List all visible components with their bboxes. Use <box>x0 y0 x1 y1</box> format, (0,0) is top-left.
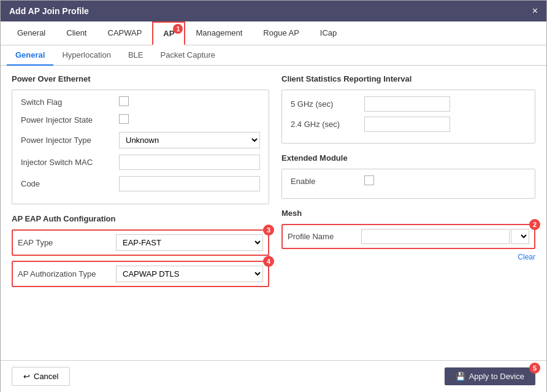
left-column: Power Over Ethernet Switch Flag Power In… <box>12 74 269 352</box>
power-injector-type-label: Power Injector Type <box>21 136 119 145</box>
dialog-titlebar: Add AP Join Profile × <box>1 1 546 21</box>
eap-type-row: EAP Type EAP-FAST EAP-TLS EAP-PEAP 3 <box>12 229 269 256</box>
eap-section: AP EAP Auth Configuration EAP Type EAP-F… <box>12 214 269 287</box>
injector-switch-mac-row: Injector Switch MAC 00:00:00:00:00:00 <box>21 155 260 170</box>
extended-module-box: Enable <box>281 169 535 199</box>
switch-flag-label: Switch Flag <box>21 98 119 107</box>
power-injector-type-select[interactable]: Unknown Cisco Other <box>119 132 260 148</box>
profile-name-input[interactable]: mesh-profile <box>361 229 510 244</box>
switch-flag-row: Switch Flag <box>21 96 260 108</box>
ghz5-label: 5 GHz (sec) <box>291 99 364 109</box>
sub-tab-general[interactable]: General <box>7 45 53 66</box>
ghz24-row: 2.4 GHz (sec) 90 <box>291 117 526 132</box>
ap-auth-type-control: CAPWAP DTLS EAP Both <box>116 266 263 282</box>
code-row: Code <box>21 176 260 191</box>
save-icon: 💾 <box>456 372 465 381</box>
switch-flag-control <box>119 96 260 108</box>
client-stats-section: Client Statistics Reporting Interval 5 G… <box>281 74 535 144</box>
sub-tab-bar: General Hyperlocation BLE Packet Capture <box>1 45 546 66</box>
injector-switch-mac-input[interactable]: 00:00:00:00:00:00 <box>119 155 260 170</box>
power-injector-state-checkbox[interactable] <box>119 114 129 124</box>
footer: ↩ Cancel 💾 Apply to Device 5 <box>1 360 546 392</box>
ghz24-input[interactable]: 90 <box>364 117 450 132</box>
apply-label: Apply to Device <box>469 372 524 381</box>
cancel-button[interactable]: ↩ Cancel <box>12 367 70 386</box>
injector-switch-mac-label: Injector Switch MAC <box>21 158 119 167</box>
power-injector-state-row: Power Injector State <box>21 114 260 126</box>
apply-button[interactable]: 💾 Apply to Device 5 <box>445 367 535 385</box>
profile-name-row: Profile Name mesh-profile 2 <box>281 224 535 249</box>
ap-auth-type-label: AP Authorization Type <box>18 269 116 279</box>
eap-type-select[interactable]: EAP-FAST EAP-TLS EAP-PEAP <box>116 234 263 251</box>
extended-module-title: Extended Module <box>281 153 535 163</box>
tab-general[interactable]: General <box>7 21 56 45</box>
cancel-label: Cancel <box>34 372 58 381</box>
power-injector-type-row: Power Injector Type Unknown Cisco Other <box>21 132 260 148</box>
profile-name-label: Profile Name <box>288 232 361 241</box>
ghz5-control: 90 <box>364 96 526 112</box>
client-stats-title: Client Statistics Reporting Interval <box>281 74 535 83</box>
close-button[interactable]: × <box>532 6 538 17</box>
enable-label: Enable <box>291 177 364 186</box>
client-stats-box: 5 GHz (sec) 90 2.4 GHz (sec) 90 <box>281 90 535 144</box>
main-content: Power Over Ethernet Switch Flag Power In… <box>1 66 546 360</box>
extended-module-section: Extended Module Enable <box>281 153 535 199</box>
switch-flag-checkbox[interactable] <box>119 96 129 106</box>
poe-section-box: Switch Flag Power Injector State Power I… <box>12 90 269 204</box>
power-injector-state-control <box>119 114 260 126</box>
tab-management[interactable]: Management <box>185 21 253 45</box>
sub-tab-ble[interactable]: BLE <box>120 45 152 66</box>
mesh-section: Mesh Profile Name mesh-profile 2 Clear <box>281 209 535 261</box>
cancel-icon: ↩ <box>23 372 30 381</box>
sub-tab-hyperlocation[interactable]: Hyperlocation <box>53 45 120 66</box>
poe-section-title: Power Over Ethernet <box>12 74 269 83</box>
eap-section-title: AP EAP Auth Configuration <box>12 214 269 223</box>
ghz5-row: 5 GHz (sec) 90 <box>291 96 526 112</box>
eap-type-label: EAP Type <box>18 238 116 247</box>
top-tab-bar: General Client CAPWAP AP 1 Management Ro… <box>1 21 546 45</box>
right-column: Client Statistics Reporting Interval 5 G… <box>281 74 535 352</box>
ap-tab-badge: 1 <box>173 24 183 34</box>
power-injector-type-control: Unknown Cisco Other <box>119 132 260 148</box>
tab-icap[interactable]: ICap <box>310 21 347 45</box>
enable-checkbox[interactable] <box>364 175 374 185</box>
profile-name-control: mesh-profile <box>361 229 529 244</box>
dialog: Add AP Join Profile × General Client CAP… <box>0 0 547 392</box>
code-control <box>119 176 260 191</box>
ap-auth-type-row: AP Authorization Type CAPWAP DTLS EAP Bo… <box>12 261 269 287</box>
clear-link[interactable]: Clear <box>281 253 535 261</box>
ap-auth-type-select[interactable]: CAPWAP DTLS EAP Both <box>116 266 263 282</box>
tab-ap[interactable]: AP 1 <box>152 21 185 45</box>
code-label: Code <box>21 179 119 188</box>
profile-name-dropdown[interactable] <box>511 229 529 244</box>
enable-row: Enable <box>291 175 526 187</box>
tab-client[interactable]: Client <box>56 21 97 45</box>
eap-type-badge: 3 <box>263 225 274 236</box>
profile-name-badge: 2 <box>529 219 540 230</box>
enable-control <box>364 175 526 187</box>
ghz24-label: 2.4 GHz (sec) <box>291 120 364 129</box>
mesh-title: Mesh <box>281 209 535 218</box>
ghz5-input[interactable]: 90 <box>364 96 450 112</box>
eap-type-control: EAP-FAST EAP-TLS EAP-PEAP <box>116 234 263 251</box>
tab-capwap[interactable]: CAPWAP <box>98 21 153 45</box>
sub-tab-packet-capture[interactable]: Packet Capture <box>152 45 224 66</box>
ghz24-control: 90 <box>364 117 526 132</box>
apply-badge: 5 <box>529 363 540 374</box>
ap-auth-badge: 4 <box>263 256 274 267</box>
injector-switch-mac-control: 00:00:00:00:00:00 <box>119 155 260 170</box>
tab-rogue-ap[interactable]: Rogue AP <box>253 21 310 45</box>
power-injector-state-label: Power Injector State <box>21 115 119 125</box>
poe-section: Power Over Ethernet Switch Flag Power In… <box>12 74 269 204</box>
dialog-title: Add AP Join Profile <box>9 6 89 16</box>
code-input[interactable] <box>119 176 260 191</box>
